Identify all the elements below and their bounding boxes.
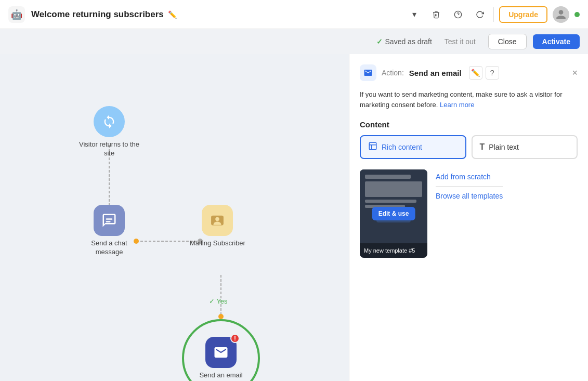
delete-button[interactable]: [428, 6, 445, 23]
chat-label: Send a chat message: [78, 239, 140, 257]
help-button[interactable]: [450, 6, 466, 23]
panel-action-name: Send an email: [409, 69, 462, 77]
edit-use-button[interactable]: Edit & use: [372, 207, 415, 220]
trigger-label: Visitor returns to the site: [78, 140, 140, 158]
trigger-node[interactable]: Visitor returns to the site: [78, 106, 140, 158]
plain-text-label: Plain text: [489, 143, 519, 151]
workflow-canvas[interactable]: Visitor returns to the site Send a chat …: [0, 54, 349, 381]
email-label: Send an email: [199, 371, 242, 380]
panel-edit-button[interactable]: ✏️: [469, 66, 482, 80]
panel-email-icon: [360, 64, 376, 81]
template-area: My new template #5 Edit & use Add from s…: [360, 169, 578, 258]
email-icon: !: [205, 337, 237, 368]
topbar: 🤖 Welcome returning subscribers ✏️ ▾ Upg…: [0, 0, 588, 29]
online-indicator: [574, 12, 580, 17]
title-edit-icon[interactable]: ✏️: [168, 10, 177, 19]
template-preview[interactable]: My new template #5 Edit & use: [360, 169, 427, 258]
template-name: My new template #5: [364, 247, 423, 254]
content-section-title: Content: [360, 120, 578, 129]
rich-content-tab[interactable]: Rich content: [360, 135, 466, 159]
learn-more-link[interactable]: Learn more: [440, 101, 474, 109]
rich-content-icon: [368, 141, 377, 153]
dropdown-button[interactable]: ▾: [406, 6, 423, 23]
svg-rect-14: [369, 142, 376, 150]
saved-draft-status: ✓ Saved as draft: [376, 37, 432, 46]
divider: [436, 186, 503, 187]
refresh-button[interactable]: [472, 6, 488, 23]
svg-point-13: [216, 217, 220, 221]
template-preview-bg: [360, 169, 427, 243]
chat-node[interactable]: Send a chat message: [78, 205, 140, 257]
panel-header-icons: ✏️ ?: [469, 66, 499, 80]
add-from-scratch-link[interactable]: Add from scratch: [436, 169, 503, 184]
yes-label: ✓ Yes: [209, 297, 228, 305]
main-layout: Visitor returns to the site Send a chat …: [0, 54, 588, 381]
panel-close-button[interactable]: ×: [572, 68, 578, 78]
rich-content-label: Rich content: [382, 143, 422, 151]
panel-action-label: Action:: [382, 69, 404, 77]
template-footer: My new template #5: [360, 243, 427, 258]
close-button[interactable]: Close: [488, 34, 527, 49]
test-it-out-button[interactable]: Test it out: [438, 34, 482, 49]
app-logo: 🤖: [8, 6, 25, 23]
svg-rect-9: [106, 218, 113, 220]
content-tabs: Rich content T Plain text: [360, 135, 578, 159]
topbar-actions: ▾ Upgrade: [406, 6, 580, 23]
svg-rect-10: [106, 221, 111, 222]
status-bar: ✓ Saved as draft Test it out Close Activ…: [0, 29, 588, 54]
error-badge: !: [230, 334, 240, 343]
avatar[interactable]: [553, 6, 569, 23]
email-node-container[interactable]: ! Send an email: [172, 309, 270, 381]
upgrade-button[interactable]: Upgrade: [499, 6, 547, 23]
mailing-node[interactable]: Mailing Subscriber: [190, 205, 245, 248]
chat-icon: [94, 205, 125, 236]
mailing-icon: [202, 205, 233, 236]
browse-templates-link[interactable]: Browse all templates: [436, 189, 503, 203]
plain-text-icon: T: [480, 142, 485, 152]
mailing-label: Mailing Subscriber: [190, 239, 245, 248]
right-panel: Action: Send an email ✏️ ? × If you want…: [349, 54, 588, 381]
panel-header: Action: Send an email ✏️ ? ×: [360, 64, 578, 81]
trigger-icon: [94, 106, 125, 137]
panel-help-button[interactable]: ?: [486, 66, 499, 80]
template-actions: Add from scratch Browse all templates: [436, 169, 503, 203]
divider: [493, 7, 494, 22]
email-node[interactable]: ! Send an email: [199, 337, 242, 380]
panel-info: If you want to send marketing content, m…: [360, 89, 578, 110]
activate-button[interactable]: Activate: [533, 34, 580, 49]
plain-text-tab[interactable]: T Plain text: [472, 135, 578, 159]
page-title: Welcome returning subscribers ✏️: [31, 9, 400, 20]
